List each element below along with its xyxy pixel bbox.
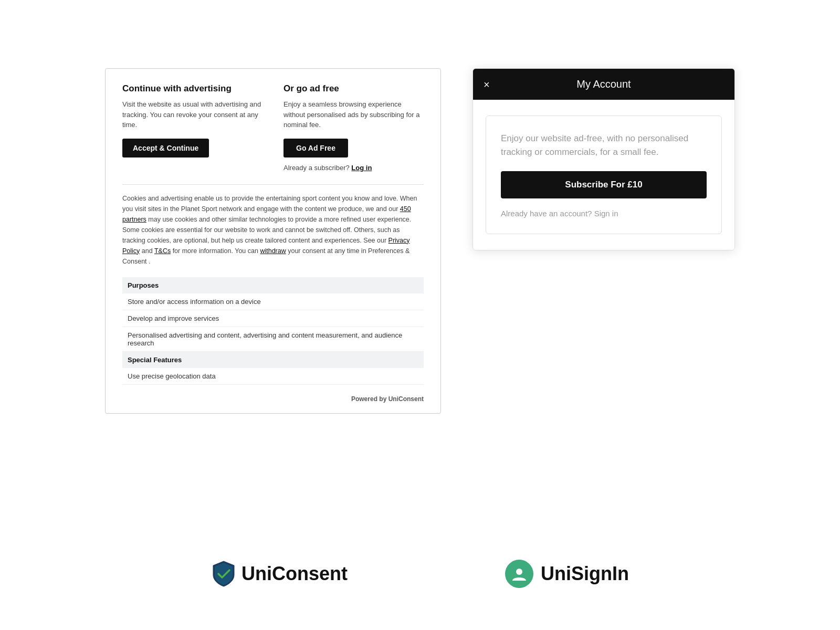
unisignin-logo-text: UniSignIn — [541, 563, 629, 585]
consent-table: Purposes Store and/or access information… — [122, 277, 424, 385]
account-panel: × My Account Enjoy our website ad-free, … — [472, 68, 735, 250]
uniconsent-logo: UniConsent — [211, 560, 348, 587]
purposes-label: Purposes — [122, 277, 424, 293]
already-subscriber-text: Already a subscriber? Log in — [284, 164, 424, 172]
continue-advertising-body: Visit the website as usual with advertis… — [122, 99, 262, 130]
special-feature-item-1: Use precise geolocation data — [122, 368, 424, 385]
purpose-item-3: Personalised advertising and content, ad… — [122, 327, 424, 351]
shield-icon — [211, 560, 236, 587]
subscribe-button[interactable]: Subscribe For £10 — [501, 171, 707, 198]
go-ad-free-button[interactable]: Go Ad Free — [284, 139, 348, 158]
go-ad-free-heading: Or go ad free — [284, 83, 424, 94]
powered-by: Powered by UniConsent — [122, 395, 424, 403]
account-card: Enjoy our website ad-free, with no perso… — [486, 116, 722, 234]
close-button[interactable]: × — [484, 79, 490, 90]
go-ad-free-col: Or go ad free Enjoy a seamless browsing … — [284, 83, 424, 172]
log-in-link[interactable]: Log in — [351, 164, 372, 172]
accept-continue-button[interactable]: Accept & Continue — [122, 139, 209, 158]
sign-in-link[interactable]: Sign in — [594, 209, 618, 218]
purpose-item-1: Store and/or access information on a dev… — [122, 293, 424, 310]
withdraw-link[interactable]: withdraw — [260, 247, 286, 255]
logos-row: UniConsent UniSignIn — [0, 560, 840, 588]
continue-advertising-col: Continue with advertising Visit the webs… — [122, 83, 262, 172]
special-features-header-row: Special Features — [122, 351, 424, 368]
avatar-icon — [505, 560, 533, 588]
continue-advertising-heading: Continue with advertising — [122, 83, 262, 94]
sign-in-text: Already have an account? Sign in — [501, 209, 707, 218]
uniconsent-logo-text: UniConsent — [242, 563, 348, 585]
consent-panel: Continue with advertising Visit the webs… — [105, 68, 441, 414]
account-header: × My Account — [473, 69, 734, 100]
purposes-header-row: Purposes — [122, 277, 424, 293]
purpose-item-2: Develop and improve services — [122, 310, 424, 327]
unisignin-logo: UniSignIn — [505, 560, 629, 588]
tandc-link[interactable]: T&Cs — [154, 247, 171, 255]
consent-columns: Continue with advertising Visit the webs… — [122, 83, 424, 172]
account-body: Enjoy our website ad-free, with no perso… — [473, 100, 734, 250]
account-title: My Account — [576, 78, 631, 90]
consent-body-text: Cookies and advertising enable us to pro… — [122, 184, 424, 267]
account-card-description: Enjoy our website ad-free, with no perso… — [501, 132, 707, 159]
special-features-label: Special Features — [122, 351, 424, 368]
go-ad-free-body: Enjoy a seamless browsing experience wit… — [284, 99, 424, 130]
svg-point-0 — [516, 569, 522, 575]
